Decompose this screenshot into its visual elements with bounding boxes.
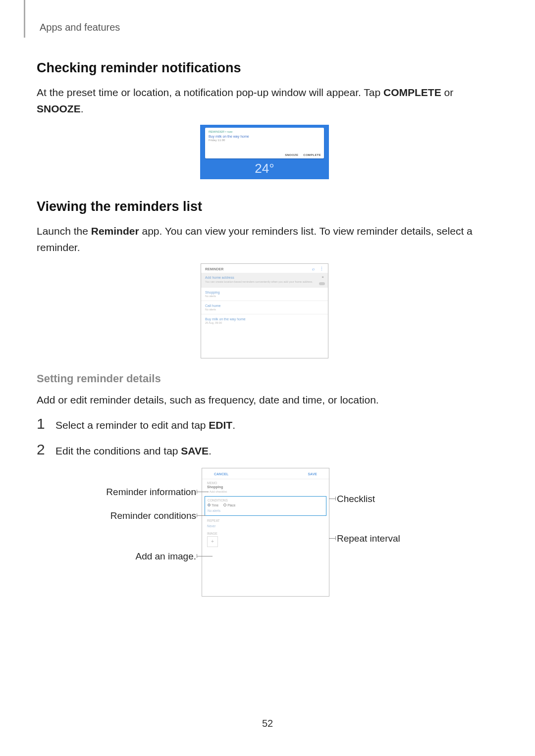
edit-screen: CANCEL SAVE MEMO Shopping + Add checklis…	[202, 468, 329, 597]
callout-tick	[335, 497, 336, 501]
app-titlebar: REMINDER ⌕ ⋮	[201, 264, 328, 273]
radio-place[interactable]: Place	[223, 504, 235, 507]
page-header: Apps and features	[40, 22, 120, 33]
banner-subtitle: You can create location-based reminders …	[205, 280, 324, 283]
callout-line	[197, 492, 209, 492]
para-setting-details: Add or edit reminder details, such as fr…	[37, 392, 492, 408]
cancel-button[interactable]: CANCEL	[214, 472, 228, 476]
callout-tick	[197, 554, 197, 558]
radio-label: Time	[212, 504, 218, 507]
figure-reminder-list: REMINDER ⌕ ⋮ Add home address You can cr…	[201, 263, 328, 358]
add-checklist-button[interactable]: + Add checklist	[207, 490, 324, 493]
text: .	[81, 103, 84, 114]
callout-line	[329, 499, 336, 499]
callout-reminder-conditions: Reminder conditions	[110, 510, 196, 521]
item-title: Buy milk on the way home	[205, 317, 324, 321]
text-complete: COMPLETE	[383, 87, 441, 98]
more-icon[interactable]: ⋮	[320, 266, 324, 271]
image-section: IMAGE +	[202, 530, 329, 549]
info-banner: Add home address You can create location…	[201, 273, 328, 287]
list-item[interactable]: Shopping No alerts	[201, 287, 328, 301]
heading-setting-details: Setting reminder details	[37, 372, 492, 385]
notification-app-label: REMINDER • now	[209, 130, 321, 133]
step-2: 2 Edit the conditions and tap SAVE.	[37, 442, 492, 457]
page-number: 52	[0, 718, 535, 729]
banner-title: Add home address	[205, 276, 324, 279]
text: or	[441, 87, 454, 98]
item-title: Call home	[205, 304, 324, 307]
radio-dot-icon	[208, 504, 211, 506]
item-subtitle: No alerts	[205, 295, 324, 298]
item-subtitle: 25 Aug, 09:00	[205, 321, 324, 324]
text: Edit the conditions and tap	[55, 445, 181, 456]
callout-reminder-info: Reminder information	[106, 487, 196, 498]
para-checking: At the preset time or location, a notifi…	[37, 85, 492, 117]
banner-toggle[interactable]	[319, 282, 325, 285]
snooze-button[interactable]: SNOOZE	[285, 153, 298, 156]
complete-button[interactable]: COMPLETE	[303, 153, 321, 156]
conditions-value: No alerts	[208, 509, 323, 512]
list-item[interactable]: Call home No alerts	[201, 301, 328, 314]
callout-line	[197, 556, 213, 556]
heading-viewing: Viewing the reminders list	[37, 199, 492, 214]
step-number: 1	[37, 416, 47, 431]
step-number: 2	[37, 442, 47, 457]
memo-value[interactable]: Shopping	[207, 485, 324, 489]
add-image-button[interactable]: +	[207, 536, 218, 547]
image-label: IMAGE	[207, 532, 324, 535]
conditions-section: CONDITIONS Time Place No alerts	[205, 496, 326, 516]
repeat-section: REPEAT Never	[202, 517, 329, 530]
edit-label: EDIT	[209, 419, 232, 431]
text: Launch the	[37, 225, 91, 237]
heading-checking: Checking reminder notifications	[37, 60, 492, 76]
item-title: Shopping	[205, 291, 324, 294]
callout-tick	[197, 490, 197, 494]
app-title: REMINDER	[205, 267, 223, 271]
repeat-value[interactable]: Never	[207, 524, 324, 528]
text-snooze: SNOOZE	[37, 103, 81, 114]
callout-add-image: Add an image.	[135, 551, 196, 562]
list-item[interactable]: Buy milk on the way home 25 Aug, 09:00	[201, 314, 328, 327]
radio-time[interactable]: Time	[208, 504, 218, 507]
radio-label: Place	[227, 504, 235, 507]
callout-checklist: Checklist	[337, 494, 375, 504]
notification-title: Buy milk on the way home	[209, 135, 321, 138]
lockscreen-widget: 24°	[200, 161, 329, 176]
app-name: Reminder	[91, 225, 139, 237]
callout-tick	[197, 513, 197, 517]
step-1: 1 Select a reminder to edit and tap EDIT…	[37, 416, 492, 431]
close-icon[interactable]: ×	[321, 275, 324, 279]
callout-repeat-interval: Repeat interval	[337, 533, 400, 544]
repeat-label: REPEAT	[207, 519, 324, 522]
para-viewing: Launch the Reminder app. You can view yo…	[37, 223, 492, 255]
radio-dot-icon	[223, 504, 226, 506]
text: .	[209, 445, 212, 456]
notification-time: Friday 11:00	[209, 139, 321, 142]
figure-edit-reminder: CANCEL SAVE MEMO Shopping + Add checklis…	[71, 468, 458, 611]
text: At the preset time or location, a notifi…	[37, 87, 383, 98]
callout-line	[197, 515, 206, 516]
figure-notification: REMINDER • now Buy milk on the way home …	[200, 125, 329, 179]
text: .	[232, 419, 235, 431]
conditions-label: CONDITIONS	[208, 499, 323, 502]
callout-tick	[335, 536, 336, 540]
text: Select a reminder to edit and tap	[55, 419, 209, 431]
memo-section: MEMO Shopping + Add checklist	[202, 479, 329, 495]
save-label: SAVE	[181, 445, 209, 456]
notification-card: REMINDER • now Buy milk on the way home …	[205, 128, 324, 158]
page-content: Checking reminder notifications At the p…	[37, 54, 492, 611]
save-button[interactable]: SAVE	[308, 472, 317, 476]
search-icon[interactable]: ⌕	[312, 266, 315, 271]
item-subtitle: No alerts	[205, 308, 324, 311]
memo-label: MEMO	[207, 481, 324, 485]
callout-line	[329, 538, 336, 539]
page-accent-bar	[24, 0, 25, 38]
